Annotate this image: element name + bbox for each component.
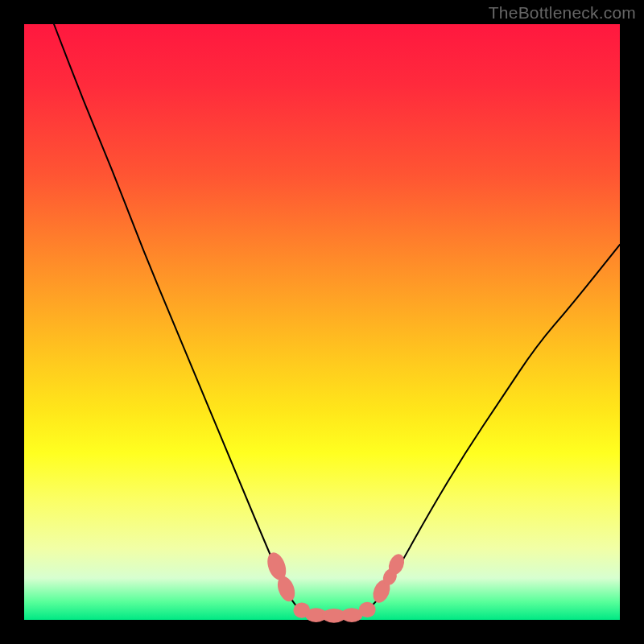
series-left-curve [54, 24, 304, 614]
curve-group [54, 24, 620, 617]
valley-marker [359, 602, 376, 617]
chart-frame: TheBottleneck.com [0, 0, 644, 644]
marker-group [264, 550, 407, 623]
watermark-text: TheBottleneck.com [489, 3, 636, 23]
chart-svg [24, 24, 620, 620]
plot-area [24, 24, 620, 620]
